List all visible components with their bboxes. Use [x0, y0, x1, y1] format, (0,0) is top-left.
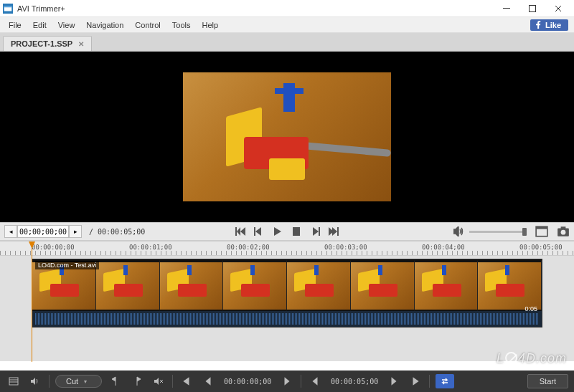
- timecode-prev-button[interactable]: ◂: [4, 225, 17, 238]
- minimize-button[interactable]: [494, 1, 519, 16]
- in-timecode[interactable]: 00:00:00;00: [222, 378, 273, 386]
- volume-slider[interactable]: [469, 231, 527, 233]
- facebook-icon: [535, 21, 542, 29]
- audio-mute-icon[interactable]: [151, 374, 166, 388]
- start-button[interactable]: Start: [527, 374, 568, 388]
- svg-rect-2: [4, 6, 12, 7]
- play-button[interactable]: [271, 226, 284, 236]
- clip-thumbnail: [287, 259, 351, 311]
- storyboard-icon[interactable]: [6, 374, 22, 388]
- project-tab[interactable]: PROJECT-1.SSP ✕: [3, 36, 92, 51]
- video-preview: [0, 52, 574, 222]
- window-titlebar: AVI Trimmer+: [0, 0, 574, 17]
- window-title: AVI Trimmer+: [17, 4, 494, 13]
- close-button[interactable]: [545, 1, 571, 16]
- snapshot-button[interactable]: [557, 226, 570, 237]
- timeline: 00:00:00;00 00:00:01;00 00:00:02;00 00:0…: [0, 241, 574, 361]
- goto-end-button[interactable]: [327, 226, 340, 236]
- svg-rect-11: [9, 378, 18, 385]
- facebook-like-button[interactable]: Like: [530, 19, 568, 31]
- menu-file[interactable]: File: [3, 19, 27, 31]
- current-timecode-input[interactable]: [17, 225, 69, 238]
- out-timecode[interactable]: 00:00:05;00: [329, 378, 380, 386]
- clip-thumbnail: [478, 259, 542, 311]
- loop-button[interactable]: [436, 374, 454, 388]
- timeline-ruler[interactable]: 00:00:00;00 00:00:01;00 00:00:02;00 00:0…: [0, 242, 574, 256]
- menu-help[interactable]: Help: [197, 19, 225, 31]
- ruler-tick: 00:00:00;00: [32, 244, 75, 251]
- menu-view[interactable]: View: [52, 19, 81, 31]
- ruler-tick: 00:00:02;00: [227, 244, 270, 251]
- svg-rect-5: [293, 227, 300, 236]
- clip-thumbnail: [351, 259, 415, 311]
- bottom-toolbar: Cut 00:00:00;00 00:00:05;00 Start: [0, 371, 574, 392]
- playback-bar: ◂ ▸ / 00:00:05;00: [0, 222, 574, 241]
- menu-tools[interactable]: Tools: [166, 19, 197, 31]
- menu-control[interactable]: Control: [129, 19, 166, 31]
- document-tab-bar: PROJECT-1.SSP ✕: [0, 33, 574, 52]
- clip-label: LO4D.com - Test.avi: [35, 261, 99, 269]
- fb-like-label: Like: [545, 21, 561, 29]
- ruler-tick: 00:00:03;00: [324, 244, 367, 251]
- prev-frame-button[interactable]: [200, 374, 216, 388]
- edit-mode-dropdown[interactable]: Cut: [55, 375, 102, 388]
- timecode-next-button[interactable]: ▸: [69, 225, 82, 238]
- ruler-tick: 00:00:04;00: [422, 244, 465, 251]
- next-frame-out-button[interactable]: [386, 374, 402, 388]
- clip-thumbnail: [415, 259, 479, 311]
- step-forward-button[interactable]: [309, 226, 321, 236]
- svg-rect-7: [536, 226, 547, 229]
- menu-navigation[interactable]: Navigation: [80, 19, 129, 31]
- clip-thumbnail: [223, 259, 287, 311]
- menu-edit[interactable]: Edit: [27, 19, 52, 31]
- duration-timecode: / 00:00:05;00: [89, 228, 145, 236]
- goto-start-button[interactable]: [234, 226, 247, 236]
- mark-in-flag-icon[interactable]: [108, 374, 123, 388]
- ruler-tick: 00:00:01;00: [129, 244, 172, 251]
- next-frame-button[interactable]: [279, 374, 295, 388]
- goto-out-button[interactable]: [408, 374, 423, 388]
- app-icon: [3, 4, 13, 14]
- mark-out-flag-icon[interactable]: [129, 374, 145, 388]
- maximize-button[interactable]: [519, 1, 545, 16]
- menu-bar: File Edit View Navigation Control Tools …: [0, 17, 574, 33]
- edit-mode-label: Cut: [66, 377, 78, 386]
- svg-rect-3: [503, 8, 510, 9]
- step-back-button[interactable]: [253, 226, 265, 236]
- audio-waveform: [32, 311, 542, 327]
- tab-label: PROJECT-1.SSP: [11, 39, 72, 48]
- mute-icon[interactable]: [27, 374, 43, 388]
- clip-duration: 0:05: [524, 305, 537, 312]
- svg-rect-4: [530, 5, 536, 11]
- fullscreen-button[interactable]: [535, 226, 548, 237]
- svg-rect-10: [561, 226, 566, 229]
- clip-thumbnail: [96, 259, 160, 311]
- goto-in-button[interactable]: [179, 374, 194, 388]
- playhead[interactable]: [32, 242, 32, 362]
- tab-close-icon[interactable]: ✕: [78, 40, 84, 48]
- video-frame: [183, 72, 391, 201]
- svg-point-9: [561, 230, 566, 235]
- stop-button[interactable]: [290, 226, 303, 236]
- video-clip[interactable]: LO4D.com - Test.avi 0:05: [32, 259, 542, 328]
- clip-thumbnail: [160, 259, 224, 311]
- volume-icon[interactable]: [453, 226, 465, 236]
- ruler-tick: 00:00:05;00: [519, 244, 563, 251]
- prev-frame-out-button[interactable]: [307, 374, 323, 388]
